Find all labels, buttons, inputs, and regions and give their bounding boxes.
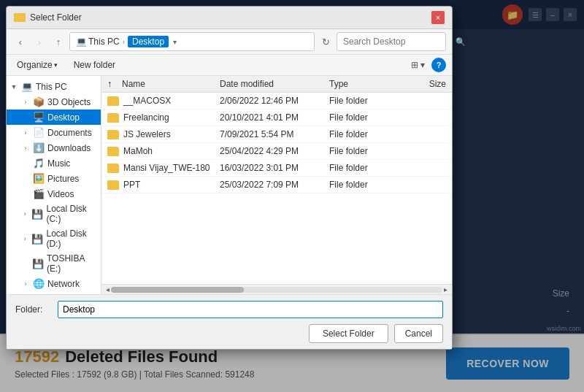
tree-item-local-c[interactable]: › 💾 Local Disk (C:) <box>7 201 101 226</box>
scroll-right-icon[interactable]: ▸ <box>442 285 449 293</box>
expand-3d-icon: › <box>21 98 30 107</box>
pc-tree-icon: 💻 <box>21 81 33 92</box>
expand-net-icon: › <box>21 280 30 288</box>
file-list-header: ↑ Name Date modified Type Size <box>101 76 452 93</box>
up-button[interactable]: ↑ <box>50 34 66 50</box>
folder-icon <box>107 96 119 106</box>
expand-lc-icon: › <box>21 210 28 218</box>
search-box[interactable]: 🔍 <box>337 32 446 51</box>
col-size-header[interactable]: Size <box>402 79 446 89</box>
path-this-pc[interactable]: 💻 This PC <box>76 36 120 47</box>
tree-label-videos: Videos <box>47 189 74 199</box>
file-list: ↑ Name Date modified Type Size __MACOSX … <box>101 76 452 284</box>
expand-desktop-icon <box>21 113 30 122</box>
tree-label-downloads: Downloads <box>47 143 91 153</box>
scroll-left-icon[interactable]: ◂ <box>104 285 111 293</box>
expand-videos-icon <box>21 190 30 199</box>
cancel-button[interactable]: Cancel <box>394 324 443 343</box>
file-type: File folder <box>329 163 402 173</box>
file-date: 25/03/2022 7:09 PM <box>220 180 329 190</box>
scroll-track[interactable] <box>111 287 442 293</box>
tosh-tree-icon: 💾 <box>32 258 44 269</box>
lc-tree-icon: 💾 <box>31 209 43 220</box>
nav-tree: ▼ 💻 This PC › 📦 3D Objects 🖥️ Desktop › … <box>7 76 101 294</box>
tree-item-music[interactable]: 🎵 Music <box>7 155 101 171</box>
col-name-header[interactable]: Name <box>122 79 220 89</box>
tree-item-desktop[interactable]: 🖥️ Desktop <box>7 109 101 125</box>
refresh-button[interactable]: ↻ <box>318 34 334 50</box>
expand-music-icon <box>21 159 30 168</box>
col-date-header[interactable]: Date modified <box>220 79 329 89</box>
folder-icon <box>107 147 119 156</box>
table-row[interactable]: PPT 25/03/2022 7:09 PM File folder <box>101 177 452 193</box>
tree-label-pics: Pictures <box>47 174 79 184</box>
ld-tree-icon: 💾 <box>31 234 43 245</box>
file-rows-container: __MACOSX 2/06/2022 12:46 PM File folder … <box>101 93 452 193</box>
organize-label: Organize <box>17 60 53 70</box>
path-desktop[interactable]: Desktop <box>128 36 169 47</box>
organize-chevron-icon: ▾ <box>54 61 58 69</box>
file-name: __MACOSX <box>123 96 220 106</box>
downloads-tree-icon: ⬇️ <box>33 142 45 153</box>
path-chevron-icon[interactable]: ▾ <box>173 38 177 46</box>
help-button[interactable]: ? <box>431 58 446 72</box>
table-row[interactable]: Freelancing 20/10/2021 4:01 PM File fold… <box>101 109 452 126</box>
tree-label-docs: Documents <box>47 128 92 138</box>
dialog-body: ▼ 💻 This PC › 📦 3D Objects 🖥️ Desktop › … <box>7 76 452 294</box>
dialog-close-button[interactable]: × <box>431 11 445 24</box>
folder-row: Folder: <box>15 301 443 318</box>
tree-label-this-pc: This PC <box>36 82 67 92</box>
tree-item-videos[interactable]: 🎬 Videos <box>7 186 101 201</box>
tree-item-downloads[interactable]: › ⬇️ Downloads <box>7 140 101 155</box>
file-name: MaMoh <box>123 146 220 156</box>
forward-button[interactable]: › <box>31 34 47 50</box>
title-folder-icon <box>14 13 26 22</box>
expand-ld-icon: › <box>21 234 28 243</box>
table-row[interactable]: Mansi Vijay_TWE-180 16/03/2022 3:01 PM F… <box>101 160 452 177</box>
folder-icon <box>107 180 119 190</box>
search-desktop-input[interactable] <box>343 36 453 47</box>
tree-item-pictures[interactable]: 🖼️ Pictures <box>7 171 101 186</box>
path-bar: 💻 This PC › Desktop ▾ <box>69 32 315 51</box>
sort-icon: ↑ <box>107 79 122 89</box>
file-date: 20/10/2021 4:01 PM <box>220 112 329 123</box>
file-name: Mansi Vijay_TWE-180 <box>123 163 220 173</box>
file-type: File folder <box>329 146 402 156</box>
tree-item-network[interactable]: › 🌐 Network <box>7 276 101 291</box>
tree-item-3d-objects[interactable]: › 📦 3D Objects <box>7 94 101 109</box>
col-type-header[interactable]: Type <box>329 79 402 89</box>
horizontal-scrollbar[interactable]: ◂ ▸ <box>101 284 452 294</box>
file-type: File folder <box>329 112 402 123</box>
dialog-organize-bar: Organize ▾ New folder ⊞ ▾ ? <box>7 55 452 76</box>
tree-item-documents[interactable]: › 📄 Documents <box>7 125 101 140</box>
table-row[interactable]: MaMoh 25/04/2022 4:29 PM File folder <box>101 143 452 160</box>
file-date: 16/03/2022 3:01 PM <box>220 163 329 173</box>
folder-field-label: Folder: <box>15 304 52 315</box>
view-toggle-button[interactable]: ⊞ ▾ <box>407 58 429 72</box>
pics-tree-icon: 🖼️ <box>33 173 45 184</box>
scroll-thumb[interactable] <box>111 287 244 293</box>
organize-button[interactable]: Organize ▾ <box>12 58 62 72</box>
folder-input[interactable] <box>58 301 443 318</box>
tree-item-this-pc[interactable]: ▼ 💻 This PC <box>7 79 101 94</box>
3d-tree-icon: 📦 <box>33 96 45 107</box>
file-type: File folder <box>329 96 402 106</box>
file-type: File folder <box>329 180 402 190</box>
new-folder-button[interactable]: New folder <box>69 58 120 72</box>
tree-item-toshiba[interactable]: 💾 TOSHIBA (E:) <box>7 251 101 276</box>
tree-label-3d: 3D Objects <box>47 97 91 107</box>
dialog-toolbar: ‹ › ↑ 💻 This PC › Desktop ▾ ↻ 🔍 <box>7 29 452 55</box>
docs-tree-icon: 📄 <box>33 127 45 138</box>
file-name: JS Jewelers <box>123 129 220 139</box>
file-name: PPT <box>123 180 220 190</box>
table-row[interactable]: JS Jewelers 7/09/2021 5:54 PM File folde… <box>101 126 452 143</box>
table-row[interactable]: __MACOSX 2/06/2022 12:46 PM File folder <box>101 93 452 109</box>
pc-icon: 💻 <box>76 36 87 47</box>
file-date: 25/04/2022 4:29 PM <box>220 146 329 156</box>
dialog-title-area: Select Folder <box>14 12 82 23</box>
back-button[interactable]: ‹ <box>12 34 28 50</box>
expand-icon: ▼ <box>9 82 18 91</box>
dialog-overlay: Select Folder × ‹ › ↑ 💻 This PC › Deskto… <box>0 0 584 392</box>
tree-item-local-d[interactable]: › 💾 Local Disk (D:) <box>7 226 101 251</box>
select-folder-button[interactable]: Select Folder <box>309 324 388 343</box>
